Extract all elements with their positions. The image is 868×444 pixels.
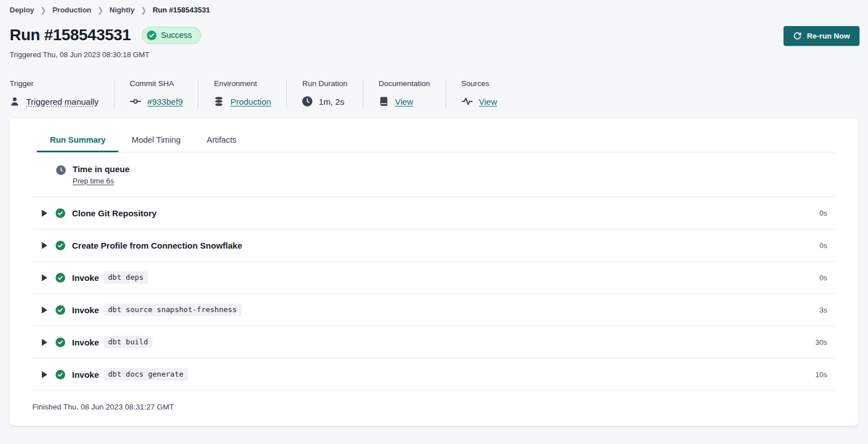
chevron-right-icon: ❯ (40, 5, 46, 14)
step-label: Invoke (72, 273, 99, 283)
step-row-create-profile[interactable]: Create Profile from Connection Snowflake… (32, 229, 836, 262)
tab-bar: Run Summary Model Timing Artifacts (32, 135, 836, 152)
step-duration: 0s (819, 209, 836, 217)
triggered-timestamp: Triggered Thu, 08 Jun 2023 08:30:18 GMT (10, 50, 858, 59)
expand-triangle-icon[interactable] (41, 242, 47, 249)
step-row-dbt-source-snapshot-freshness[interactable]: Invoke dbt source snapshot-freshness 3s (32, 294, 836, 326)
sources-view-link[interactable]: View (479, 97, 497, 106)
step-duration: 30s (815, 338, 836, 347)
run-meta-strip: Trigger Triggered manually Commit SHA #9… (10, 79, 858, 108)
environment-link[interactable]: Production (230, 97, 271, 106)
step-success-check-icon (56, 273, 65, 283)
step-command: dbt deps (104, 271, 149, 284)
refresh-icon (793, 32, 802, 40)
meta-trigger: Trigger Triggered manually (10, 79, 115, 108)
expand-triangle-icon[interactable] (41, 210, 47, 217)
expand-triangle-icon[interactable] (41, 371, 47, 378)
breadcrumb: Deploy ❯ Production ❯ Nightly ❯ Run #158… (10, 6, 858, 14)
chevron-right-icon: ❯ (141, 5, 146, 14)
step-success-check-icon (56, 305, 65, 315)
meta-documentation-label: Documentation (379, 79, 430, 88)
status-badge-label: Success (161, 31, 192, 40)
activity-icon (461, 96, 473, 106)
tab-artifacts[interactable]: Artifacts (194, 135, 249, 152)
breadcrumb-production[interactable]: Production (52, 6, 91, 14)
breadcrumb-deploy[interactable]: Deploy (10, 6, 34, 14)
step-label: Invoke (72, 370, 99, 379)
database-icon (214, 96, 224, 106)
step-success-check-icon (56, 241, 65, 250)
page-title: Run #158543531 (10, 26, 131, 44)
step-success-check-icon (56, 338, 65, 347)
commit-icon (130, 96, 141, 106)
rerun-now-button[interactable]: Re-run Now (784, 26, 859, 46)
clock-icon (302, 96, 312, 106)
success-check-icon (147, 31, 156, 40)
book-icon (379, 96, 389, 106)
expand-triangle-icon[interactable] (41, 274, 47, 281)
run-duration-value: 1m, 2s (319, 97, 344, 106)
queue-clock-icon (56, 165, 66, 186)
meta-duration-label: Run Duration (302, 79, 348, 88)
step-label: Clone Git Repository (72, 208, 156, 218)
meta-sources: Sources View (446, 79, 513, 108)
user-icon (10, 96, 20, 106)
tab-model-timing[interactable]: Model Timing (118, 135, 193, 152)
step-duration: 0s (819, 241, 836, 250)
rerun-now-label: Re-run Now (807, 32, 850, 40)
chevron-right-icon: ❯ (98, 5, 103, 14)
step-row-dbt-docs-generate[interactable]: Invoke dbt docs generate 10s (32, 358, 836, 391)
step-label: Invoke (72, 305, 99, 315)
step-label: Create Profile from Connection Snowflake (72, 241, 242, 250)
meta-commit-sha: Commit SHA #933bef9 (115, 79, 199, 108)
title-row: Run #158543531 Success (10, 26, 858, 44)
step-row-clone-git-repository[interactable]: Clone Git Repository 0s (32, 197, 836, 229)
meta-environment-label: Environment (214, 79, 271, 88)
status-badge: Success (142, 27, 201, 44)
step-success-check-icon (56, 208, 65, 218)
step-command: dbt docs generate (104, 368, 188, 381)
breadcrumb-current-run: Run #158543531 (153, 6, 210, 14)
step-command: dbt source snapshot-freshness (104, 304, 242, 316)
prep-time-link[interactable]: Prep time 6s (73, 177, 114, 185)
step-row-dbt-build[interactable]: Invoke dbt build 30s (32, 326, 836, 358)
tab-run-summary[interactable]: Run Summary (37, 135, 118, 152)
step-command: dbt build (104, 336, 153, 348)
meta-commit-label: Commit SHA (130, 79, 183, 88)
breadcrumb-nightly[interactable]: Nightly (109, 6, 134, 14)
commit-sha-link[interactable]: #933bef9 (147, 97, 183, 106)
finished-timestamp: Finished Thu, 08 Jun 2023 08:31:27 GMT (32, 391, 836, 426)
expand-triangle-icon[interactable] (41, 306, 47, 314)
meta-environment: Environment Production (198, 79, 287, 108)
run-summary-card: Run Summary Model Timing Artifacts Time … (10, 118, 858, 426)
expand-triangle-icon[interactable] (41, 339, 47, 346)
meta-run-duration: Run Duration 1m, 2s (287, 79, 363, 108)
meta-sources-label: Sources (461, 79, 497, 88)
step-row-dbt-deps[interactable]: Invoke dbt deps 0s (32, 262, 836, 294)
run-header-section: Deploy ❯ Production ❯ Nightly ❯ Run #158… (0, 0, 868, 108)
trigger-value: Triggered manually (26, 97, 99, 106)
time-in-queue-title: Time in queue (73, 164, 130, 174)
time-in-queue-section: Time in queue Prep time 6s (32, 152, 836, 197)
step-success-check-icon (56, 370, 65, 379)
step-duration: 0s (819, 274, 836, 282)
step-duration: 10s (815, 370, 836, 379)
meta-documentation: Documentation View (363, 79, 446, 108)
meta-trigger-label: Trigger (10, 79, 99, 88)
step-label: Invoke (72, 338, 99, 347)
documentation-view-link[interactable]: View (395, 97, 413, 106)
step-duration: 3s (819, 306, 836, 314)
